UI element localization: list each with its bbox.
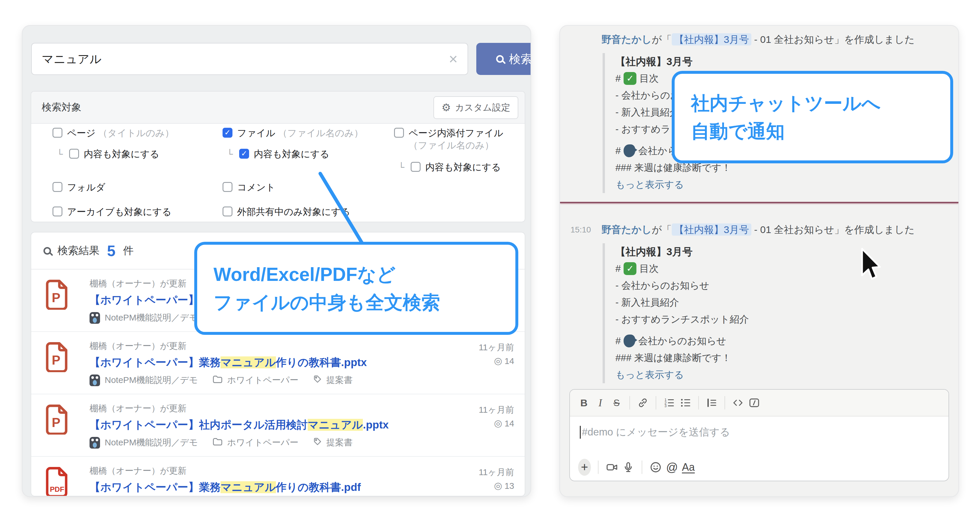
results-header-label: 検索結果 xyxy=(57,243,99,258)
result-title-link[interactable]: 【ホワイトペーパー】業務マニュアル作りの教科書.pdf xyxy=(89,480,513,495)
search-result-row[interactable]: P棚橋（オーナー）が更新【ホワイトペーパー】業務マニュアル作りの教科書.pptx… xyxy=(31,332,525,395)
checkbox[interactable] xyxy=(69,149,79,159)
message-header: 野音たかしが「【社内報】3月号 - 01 全社お知らせ」を作成しました xyxy=(571,33,948,47)
toolbar-separator xyxy=(598,461,598,474)
speaking-head-emoji xyxy=(624,145,635,157)
mic-icon[interactable] xyxy=(620,459,636,476)
notebook-name[interactable]: NotePM機能説明／デモ xyxy=(105,374,198,386)
clear-search-icon[interactable]: × xyxy=(449,51,458,67)
filter-checkbox-2[interactable]: ファイル （ファイル名のみ） xyxy=(223,127,374,139)
filter-column: ファイル （ファイル名のみ）└内容も対象にする xyxy=(223,124,374,160)
view-number: 14 xyxy=(504,355,514,368)
toolbar-separator xyxy=(655,396,656,409)
tree-branch-icon: └ xyxy=(57,148,63,159)
checkbox[interactable] xyxy=(52,128,62,138)
video-icon[interactable] xyxy=(604,459,620,476)
callout-file-search: Word/Excel/PDFなど ファイルの中身も全文検索 xyxy=(194,242,518,335)
folder-name[interactable]: ホワイトペーパー xyxy=(227,437,298,449)
italic-icon[interactable]: I xyxy=(592,395,608,411)
message-quote: 【社内報】3月号# ✓ 目次- 会社からのお知らせ- 新入社員紹介- おすすめラ… xyxy=(603,243,948,383)
eye-icon: ◎ xyxy=(494,354,502,368)
message-composer[interactable]: BIS123 #demo にメッセージを送信する +@Aa xyxy=(570,389,949,481)
title-text: 作りの教科書.pptx xyxy=(276,356,367,368)
message-username[interactable]: 野音たかし xyxy=(601,224,652,235)
page-link[interactable]: 【社内報】3月号 xyxy=(672,223,751,235)
filter-option-4[interactable]: 外部共有中のみ対象にする xyxy=(223,206,350,218)
checkbox[interactable] xyxy=(394,128,404,138)
checkbox[interactable] xyxy=(410,162,421,172)
result-updated-by: 棚橋（オーナー）が更新 xyxy=(89,340,513,352)
notebook-owl-icon xyxy=(89,374,100,386)
svg-text:P: P xyxy=(52,291,60,305)
link-icon[interactable] xyxy=(635,395,651,411)
title-text: 【ホワイトペーパー】ナ xyxy=(89,294,210,306)
custom-settings-button[interactable]: ⚙ カスタム設定 xyxy=(433,96,518,119)
bulleted-list-icon[interactable] xyxy=(677,395,694,411)
checkbox[interactable] xyxy=(223,207,232,216)
ordered-list-icon[interactable]: 123 xyxy=(661,395,677,411)
format-label: Aa xyxy=(682,461,695,473)
quote-line: # 会社からのお知らせ xyxy=(616,332,948,349)
filter-checkbox-3[interactable]: ページ内添付ファイル （ファイル名のみ） xyxy=(394,127,519,151)
checkbox-label: コメント xyxy=(237,181,275,194)
checkbox-label: ファイル （ファイル名のみ） xyxy=(237,127,363,139)
mention-icon[interactable]: @ xyxy=(664,459,680,476)
eye-icon: ◎ xyxy=(494,416,502,430)
check-mark-emoji: ✓ xyxy=(624,72,636,85)
result-stats: 11ヶ月前◎13 xyxy=(479,466,514,493)
notebook-name[interactable]: NotePM機能説明／デモ xyxy=(105,437,198,449)
strikethrough-icon[interactable]: S xyxy=(608,395,625,411)
filter-checkbox-1[interactable]: ページ （タイトルのみ） xyxy=(52,127,204,139)
page-link[interactable]: 【社内報】3月号 xyxy=(672,33,751,46)
checkbox-label: ページ （タイトルのみ） xyxy=(67,127,174,139)
checkbox[interactable] xyxy=(239,149,249,159)
filter-sub-checkbox-1[interactable]: └内容も対象にする xyxy=(57,148,204,161)
toolbar-separator xyxy=(629,396,630,409)
search-button[interactable]: 検索 xyxy=(476,43,531,75)
tree-branch-icon: └ xyxy=(398,161,404,173)
checkbox[interactable] xyxy=(52,182,62,192)
checkbox[interactable] xyxy=(223,182,232,192)
mouse-cursor xyxy=(859,247,884,282)
search-input[interactable]: マニュアル × xyxy=(31,43,468,75)
result-title-link[interactable]: 【ホワイトペーパー】社内ポータル活用検討マニュアル.pptx xyxy=(89,418,513,432)
filter-option-1[interactable]: フォルダ xyxy=(52,181,105,194)
page: マニュアル × 検索 検索対象 ⚙ カスタム設定 ページ （タイトルのみ）└内容… xyxy=(0,0,980,525)
blockquote-icon[interactable] xyxy=(703,395,720,411)
eye-icon: ◎ xyxy=(494,479,502,493)
checkbox-label: ページ内添付ファイル （ファイル名のみ） xyxy=(409,127,519,151)
message-username[interactable]: 野音たかし xyxy=(601,34,652,45)
show-more-link[interactable]: もっと表示する xyxy=(616,366,948,383)
checkbox[interactable] xyxy=(52,207,62,216)
result-title-link[interactable]: 【ホワイトペーパー】業務マニュアル作りの教科書.pptx xyxy=(89,356,513,369)
checkbox[interactable] xyxy=(223,128,232,138)
view-number: 14 xyxy=(504,417,514,430)
search-result-row[interactable]: P棚橋（オーナー）が更新【ホワイトペーパー】社内ポータル活用検討マニュアル.pp… xyxy=(31,395,525,457)
code-icon[interactable] xyxy=(730,395,746,411)
folder-name[interactable]: ホワイトペーパー xyxy=(227,374,298,386)
pptx-file-icon: P xyxy=(44,404,68,434)
tag-icon xyxy=(313,437,322,448)
format-toolbar: BIS123 xyxy=(570,390,948,417)
svg-text:P: P xyxy=(52,415,60,430)
notebook-name[interactable]: NotePM機能説明／デモ xyxy=(105,312,198,324)
quote-line: - おすすめランチスポット紹介 xyxy=(616,311,948,328)
show-more-link[interactable]: もっと表示する xyxy=(616,176,948,193)
plus-icon[interactable]: + xyxy=(576,459,593,476)
tag-name[interactable]: 提案書 xyxy=(326,437,353,449)
filter-option-3[interactable]: アーカイブも対象にする xyxy=(52,206,172,218)
search-filters-card: 検索対象 ⚙ カスタム設定 ページ （タイトルのみ）└内容も対象にするファイル … xyxy=(30,91,525,222)
filter-sub-checkbox-3[interactable]: └内容も対象にする xyxy=(398,161,519,173)
text-format-icon[interactable]: Aa xyxy=(680,459,697,476)
title-text: 【ホワイトペーパー】業務 xyxy=(89,356,221,368)
filter-option-2[interactable]: コメント xyxy=(223,181,275,194)
bold-icon[interactable]: B xyxy=(576,395,592,411)
results-unit: 件 xyxy=(123,243,134,258)
search-result-row[interactable]: PDF棚橋（オーナー）が更新【ホワイトペーパー】業務マニュアル作りの教科書.pd… xyxy=(31,457,525,496)
filter-sub-checkbox-2[interactable]: └内容も対象にする xyxy=(227,148,374,161)
message-input[interactable]: #demo にメッセージを送信する xyxy=(570,417,948,439)
tag-name[interactable]: 提案書 xyxy=(326,374,353,386)
mention-label: @ xyxy=(666,461,678,474)
emoji-icon[interactable] xyxy=(648,459,664,476)
code-block-icon[interactable] xyxy=(746,395,762,411)
